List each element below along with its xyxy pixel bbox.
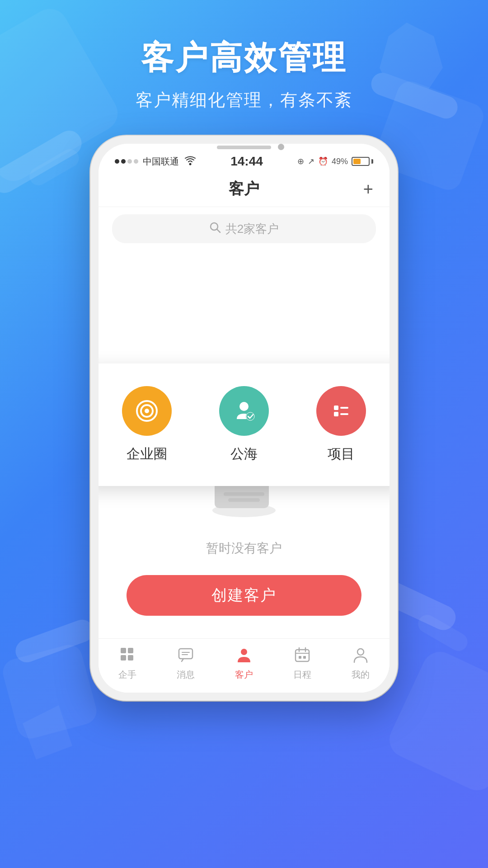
- signal-dots: [115, 159, 138, 164]
- gonghai-icon: [230, 397, 258, 425]
- svg-rect-40: [303, 656, 306, 659]
- svg-point-34: [241, 649, 247, 655]
- gonghai-icon-circle: [219, 386, 269, 436]
- xiangmu-label: 项目: [328, 445, 355, 463]
- svg-point-41: [357, 649, 364, 655]
- svg-point-6: [189, 163, 192, 165]
- gps-icon: ↗: [308, 156, 314, 166]
- signal-dot-4: [134, 159, 138, 164]
- phone-inner: 中国联通 14:44 ⊕ ↗: [99, 144, 389, 693]
- nav-label-qishou: 企手: [118, 669, 136, 681]
- status-right: ⊕ ↗ ⏰ 49%: [297, 156, 373, 166]
- phone-camera: [278, 144, 284, 150]
- search-placeholder: 共2家客户: [225, 221, 279, 237]
- svg-rect-16: [340, 407, 348, 409]
- svg-rect-30: [128, 655, 133, 660]
- svg-rect-29: [121, 655, 126, 660]
- svg-rect-26: [228, 498, 260, 502]
- create-customer-button[interactable]: 创建客户: [127, 575, 361, 616]
- qiyequan-label: 企业圈: [127, 445, 167, 463]
- qiyequan-icon-circle: [122, 386, 172, 436]
- signal-dot-1: [115, 159, 119, 164]
- signal-dot-2: [121, 159, 126, 164]
- card-item-qiyequan[interactable]: 企业圈: [122, 386, 172, 463]
- nav-icon-richeng: [294, 646, 311, 666]
- app-nav-title: 客户: [229, 179, 259, 199]
- phone-mockup: 中国联通 14:44 ⊕ ↗: [90, 136, 398, 701]
- phone-speaker: [217, 146, 271, 149]
- card-item-xiangmu[interactable]: 项目: [316, 386, 366, 463]
- quick-action-card: 企业圈: [99, 363, 389, 486]
- svg-rect-17: [334, 412, 338, 416]
- svg-rect-27: [121, 648, 126, 653]
- app-nav-header: 客户 +: [99, 171, 389, 207]
- svg-rect-25: [224, 492, 264, 496]
- svg-rect-39: [299, 656, 301, 659]
- svg-point-12: [239, 402, 249, 411]
- nav-item-kehu[interactable]: 客户: [235, 646, 253, 681]
- status-time: 14:44: [230, 154, 263, 169]
- nav-item-wode[interactable]: 我的: [352, 646, 370, 681]
- qiyequan-icon: [133, 397, 160, 425]
- nav-label-wode: 我的: [352, 669, 370, 681]
- add-button[interactable]: +: [363, 180, 373, 198]
- nav-icon-kehu: [235, 646, 253, 666]
- bg-decoration-4: [384, 646, 488, 796]
- nav-label-xiaoxi: 消息: [177, 669, 195, 681]
- svg-rect-28: [128, 648, 133, 653]
- xiangmu-icon: [328, 397, 355, 425]
- wifi-icon: [184, 156, 196, 168]
- battery-percent: 49%: [332, 157, 348, 166]
- phone-mockup-container: 中国联通 14:44 ⊕ ↗: [90, 136, 398, 701]
- nav-icon-xiaoxi: [177, 646, 194, 666]
- page-subtitle: 客户精细化管理，有条不紊: [0, 89, 488, 112]
- battery-icon: [352, 157, 373, 166]
- card-item-gonghai[interactable]: 公海: [219, 386, 269, 463]
- search-icon: [209, 222, 221, 236]
- signal-dot-3: [127, 159, 132, 164]
- svg-rect-35: [296, 650, 309, 661]
- bg-decoration-6: [415, 612, 471, 655]
- nav-label-kehu: 客户: [235, 669, 253, 681]
- svg-point-14: [246, 412, 254, 420]
- nav-icon-qishou: [119, 646, 136, 666]
- bg-decoration-3: [0, 642, 99, 741]
- nav-item-richeng[interactable]: 日程: [293, 646, 311, 681]
- svg-point-11: [145, 409, 149, 413]
- location-icon: ⊕: [297, 156, 304, 166]
- gonghai-label: 公海: [230, 445, 258, 463]
- empty-text: 暂时没有客户: [206, 540, 282, 557]
- page-title: 客户高效管理: [0, 36, 488, 80]
- carrier-text: 中国联通: [143, 156, 179, 168]
- header-area: 客户高效管理 客户精细化管理，有条不紊: [0, 36, 488, 112]
- alarm-icon: ⏰: [318, 156, 328, 166]
- nav-item-qishou[interactable]: 企手: [118, 646, 136, 681]
- nav-icon-wode: [352, 646, 369, 666]
- svg-rect-31: [179, 649, 192, 659]
- content-area: 企业圈: [99, 250, 389, 638]
- search-bar: 共2家客户: [99, 207, 389, 250]
- nav-label-richeng: 日程: [293, 669, 311, 681]
- svg-line-8: [217, 229, 220, 232]
- svg-rect-18: [340, 413, 348, 415]
- bottom-nav: 企手 消息: [99, 638, 389, 693]
- search-input-wrap[interactable]: 共2家客户: [112, 214, 376, 243]
- xiangmu-icon-circle: [316, 386, 366, 436]
- nav-item-xiaoxi[interactable]: 消息: [177, 646, 195, 681]
- svg-rect-15: [334, 406, 338, 410]
- status-left: 中国联通: [115, 156, 196, 168]
